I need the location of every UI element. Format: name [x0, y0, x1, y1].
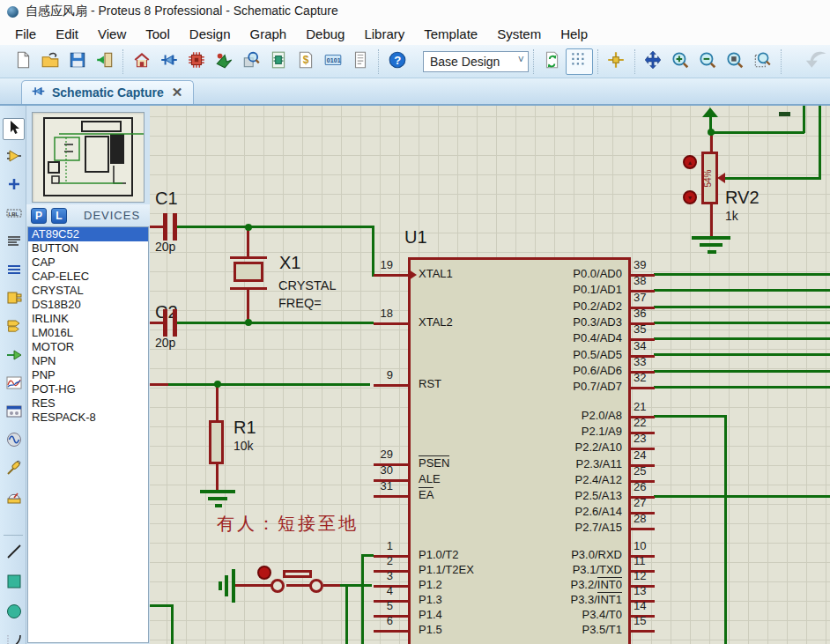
tool-voltage-probe-button[interactable] [3, 458, 25, 480]
pot-rv2-body[interactable]: 54% [701, 152, 718, 204]
tool-subcircuit-button[interactable] [3, 288, 25, 310]
tool-bus-button[interactable] [3, 260, 25, 282]
push-button[interactable] [270, 579, 285, 593]
menu-graph[interactable]: Graph [241, 25, 297, 43]
crystal-x1-body[interactable] [233, 262, 263, 282]
wire-segment [724, 415, 727, 644]
pan-button[interactable] [640, 48, 667, 75]
device-item[interactable]: LM016L [28, 326, 148, 340]
pin-number: 1 [368, 540, 400, 552]
device-item[interactable]: CAP [28, 255, 148, 270]
tool-component-button[interactable] [3, 146, 25, 168]
menu-help[interactable]: Help [551, 25, 597, 43]
pcb-layout-button[interactable] [182, 48, 210, 75]
tool-text-script-button[interactable] [3, 232, 25, 254]
device-item[interactable]: NPN [28, 354, 148, 368]
rv2-decrease-button[interactable]: ▼ [683, 190, 697, 204]
find-component-button[interactable] [237, 48, 264, 75]
tool-2d-circle-button[interactable] [3, 602, 25, 624]
menu-system[interactable]: System [487, 25, 551, 43]
import-project-button[interactable] [91, 48, 118, 75]
device-item[interactable]: RESPACK-8 [28, 411, 148, 425]
tool-graph-button[interactable] [3, 374, 25, 396]
capacitor-c2[interactable] [163, 309, 167, 337]
menu-debug[interactable]: Debug [296, 25, 354, 43]
capacitor-c1[interactable] [163, 213, 167, 241]
device-item[interactable]: RES [28, 396, 148, 411]
device-item[interactable]: AT89C52 [28, 227, 148, 241]
design-notes-button[interactable] [346, 48, 374, 75]
resistor-r1-body[interactable] [209, 420, 224, 464]
device-item[interactable]: PNP [28, 368, 148, 382]
device-item[interactable]: MOTOR [28, 340, 148, 354]
zoom-all-button[interactable] [722, 48, 749, 75]
pin-label: P3.5/T1 [485, 623, 622, 637]
wire-segment [654, 337, 830, 340]
device-item[interactable]: IRLINK [28, 312, 148, 326]
wire-segment [247, 227, 249, 257]
pin-number: 5 [368, 600, 400, 612]
menu-library[interactable]: Library [354, 25, 414, 43]
design-selector[interactable]: Base Design ˅ [423, 51, 529, 72]
zoom-area-button[interactable] [749, 48, 776, 75]
schematic-canvas[interactable]: U1 19XTAL118XTAL29RST29PSEN30ALE31EA1P1.… [150, 106, 830, 644]
zoom-out-button[interactable] [694, 48, 722, 75]
device-item[interactable]: POT-HG [28, 382, 148, 396]
3d-visualizer-button[interactable] [210, 48, 237, 75]
tool-wire-label-button[interactable]: LBL [3, 204, 25, 226]
menu-design[interactable]: Design [180, 25, 241, 43]
tool-2d-arc-button[interactable] [3, 632, 25, 644]
menu-edit[interactable]: Edit [46, 25, 88, 43]
component-library-button[interactable] [264, 48, 292, 75]
schematic-annotation: 有人：短接至地 [217, 512, 359, 536]
tool-generator-button[interactable] [3, 430, 25, 452]
menu-file[interactable]: File [5, 25, 46, 43]
wire-segment [230, 256, 267, 259]
origin-button[interactable] [603, 48, 630, 75]
capacitor-c1-plate[interactable] [173, 213, 177, 241]
zoom-in-button[interactable] [667, 48, 694, 75]
library-manager-button[interactable]: L [51, 208, 67, 224]
graph-icon [5, 374, 23, 396]
device-item[interactable]: BUTTON [28, 241, 148, 255]
pin-stub [374, 495, 408, 498]
open-project-button[interactable] [36, 48, 63, 75]
source-code-button[interactable]: 0101 [319, 48, 346, 75]
pin-number: 23 [634, 433, 660, 445]
new-file-icon [13, 50, 33, 73]
tab-schematic-capture[interactable]: Schematic Capture ✕ [21, 80, 194, 104]
capacitor-c2-plate[interactable] [173, 309, 177, 337]
pin-number: 15 [634, 615, 660, 627]
schematic-capture-button[interactable] [155, 48, 182, 75]
device-item[interactable]: CAP-ELEC [28, 270, 148, 284]
menu-view[interactable]: View [88, 25, 136, 43]
toggle-grid-button[interactable] [566, 48, 593, 75]
tool-selection-button[interactable] [3, 118, 25, 140]
push-button-actuator[interactable] [283, 570, 312, 578]
menu-tool[interactable]: Tool [136, 25, 180, 43]
refresh-button[interactable] [538, 48, 566, 75]
pin-label: P2.1/A9 [485, 425, 622, 439]
overview-minimap[interactable] [32, 112, 145, 203]
tab-close-icon[interactable]: ✕ [170, 85, 185, 100]
device-item[interactable]: DS18B20 [28, 298, 148, 312]
new-file-button[interactable] [9, 48, 36, 75]
tool-junction-dot-button[interactable] [3, 174, 25, 196]
tool-device-pin-button[interactable] [3, 345, 25, 367]
bill-of-materials-button[interactable]: $ [292, 48, 319, 75]
tool-2d-line-button[interactable] [3, 542, 25, 564]
save-project-button[interactable] [63, 48, 91, 75]
tool-current-probe-button[interactable] [3, 487, 25, 509]
tool-tape-recorder-button[interactable] [3, 402, 25, 424]
pick-devices-button[interactable]: P [31, 208, 47, 224]
push-button-terminal[interactable] [309, 579, 323, 593]
home-button[interactable] [128, 48, 155, 75]
tool-terminal-button[interactable] [3, 316, 25, 338]
help-button[interactable]: ? [383, 48, 411, 75]
device-item[interactable]: CRYSTAL [28, 284, 148, 298]
tool-2d-box-button[interactable] [3, 572, 25, 594]
ground-symbol [232, 569, 235, 603]
rv2-increase-button[interactable]: ▲ [683, 155, 697, 169]
pin-number: 24 [634, 449, 660, 462]
menu-template[interactable]: Template [414, 25, 487, 43]
